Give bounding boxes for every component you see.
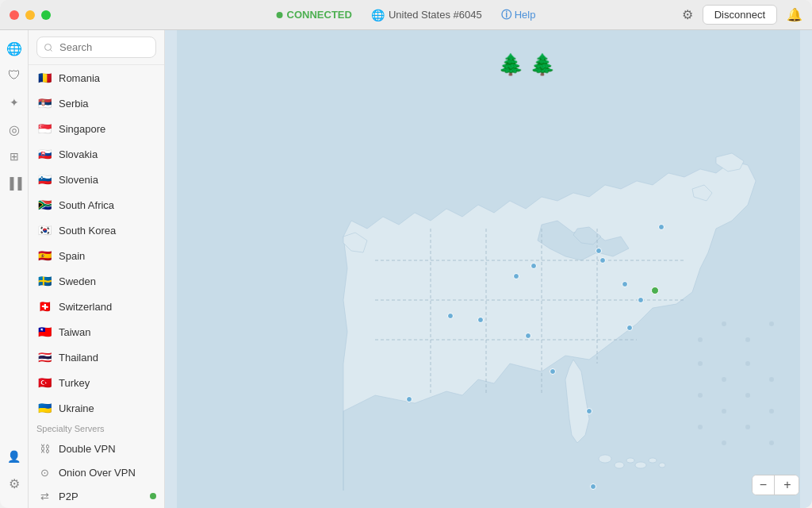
- server-dot-1[interactable]: [596, 248, 602, 254]
- sidebar-item-target[interactable]: ◎: [2, 117, 26, 141]
- traffic-lights: [10, 10, 51, 20]
- sidebar-item-specialty[interactable]: ✦: [2, 90, 26, 114]
- map-trees: 🌲 🌲: [498, 52, 555, 77]
- country-list: 🇷🇴 Romania 🇷🇸 Serbia 🇸🇬 Singapore 🇸🇰 Slo…: [29, 30, 165, 508]
- flag-thailand: 🇹🇭: [36, 349, 52, 365]
- flag-serbia: 🇷🇸: [36, 95, 52, 111]
- svg-point-5: [649, 458, 657, 463]
- help-button[interactable]: ⓘ Help: [501, 8, 536, 22]
- specialty-items: ⛓ Double VPN ⊙ Onion Over VPN ⇄ P2P: [29, 437, 164, 508]
- country-item-switzerland[interactable]: 🇨🇭 Switzerland: [29, 294, 164, 319]
- server-dot-3[interactable]: [530, 263, 537, 269]
- svg-point-26: [698, 425, 703, 429]
- server-dot-8[interactable]: [447, 313, 454, 319]
- svg-point-14: [698, 337, 703, 342]
- server-dot-9[interactable]: [477, 317, 484, 323]
- title-bar-center: CONNECTED 🌐 United States #6045 ⓘ Help: [277, 8, 536, 22]
- disconnect-button[interactable]: Disconnect: [703, 5, 777, 25]
- main-layout: 🌐 🛡 ✦ ◎ ⊞ ▐▐ 👤 ⚙ 🇷🇴 Romania 🇷🇸 Serbia 🇸🇬…: [0, 30, 812, 508]
- sidebar-item-globe[interactable]: 🌐: [2, 37, 26, 60]
- search-input[interactable]: [36, 37, 156, 58]
- sidebar-item-layers[interactable]: ⊞: [2, 144, 26, 168]
- country-name: South Africa: [59, 199, 114, 211]
- specialty-item-double-vpn[interactable]: ⛓ Double VPN: [29, 437, 164, 460]
- country-item-slovakia[interactable]: 🇸🇰 Slovakia: [29, 141, 164, 167]
- country-item-south-korea[interactable]: 🇰🇷 South Korea: [29, 217, 164, 243]
- sidebar-item-shield[interactable]: 🛡: [2, 64, 26, 87]
- svg-point-18: [698, 361, 703, 366]
- flag-taiwan: 🇹🇼: [36, 324, 52, 340]
- server-dot-11[interactable]: [525, 333, 531, 339]
- settings-icon[interactable]: ⚙: [682, 7, 693, 22]
- server-dot-12[interactable]: [550, 368, 556, 375]
- sidebar-item-stats[interactable]: ▐▐: [2, 171, 26, 195]
- close-button[interactable]: [10, 10, 19, 20]
- server-dot-15[interactable]: [590, 483, 596, 490]
- specialty-label: Specialty Servers: [36, 424, 156, 433]
- server-dot-13[interactable]: [406, 396, 412, 402]
- svg-point-6: [659, 463, 665, 468]
- specialty-icon: ⛓: [36, 441, 52, 456]
- tree-icon-2: 🌲: [530, 52, 555, 77]
- specialty-name: Double VPN: [59, 443, 116, 455]
- country-item-singapore[interactable]: 🇸🇬 Singapore: [29, 116, 164, 141]
- country-name: Slovakia: [59, 148, 98, 160]
- bell-icon[interactable]: 🔔: [787, 7, 802, 22]
- country-name: Ukraine: [59, 402, 94, 414]
- svg-point-4: [635, 462, 646, 468]
- specialty-icon: ⇄: [36, 488, 52, 504]
- server-dot-10[interactable]: [626, 325, 633, 331]
- connection-status: CONNECTED: [277, 9, 352, 21]
- svg-point-21: [769, 377, 774, 382]
- country-item-slovenia[interactable]: 🇸🇮 Slovenia: [29, 167, 164, 192]
- country-item-south-africa[interactable]: 🇿🇦 South Africa: [29, 192, 164, 217]
- flag-spain: 🇪🇸: [36, 248, 52, 264]
- server-dot-14[interactable]: [586, 408, 592, 414]
- server-dot-0[interactable]: [658, 224, 665, 230]
- country-item-romania[interactable]: 🇷🇴 Romania: [29, 65, 164, 90]
- sidebar-icons: 🌐 🛡 ✦ ◎ ⊞ ▐▐ 👤 ⚙: [0, 30, 29, 508]
- server-dot-7[interactable]: [638, 297, 644, 303]
- search-box: [29, 30, 164, 65]
- zoom-out-button[interactable]: −: [753, 475, 775, 495]
- map-area: 🌲 🌲 − +: [165, 30, 812, 508]
- svg-point-22: [698, 393, 703, 398]
- specialty-item-onion-over-vpn[interactable]: ⊙ Onion Over VPN: [29, 460, 164, 484]
- server-dot-6[interactable]: [651, 287, 659, 294]
- specialty-name: Onion Over VPN: [59, 467, 136, 479]
- country-item-turkey[interactable]: 🇹🇷 Turkey: [29, 370, 164, 395]
- countries-scroll[interactable]: 🇷🇴 Romania 🇷🇸 Serbia 🇸🇬 Singapore 🇸🇰 Slo…: [29, 65, 164, 418]
- country-name: Slovenia: [59, 174, 98, 186]
- specialty-item-p2p[interactable]: ⇄ P2P: [29, 484, 164, 508]
- svg-point-20: [745, 361, 750, 366]
- svg-point-28: [745, 425, 750, 429]
- flag-slovakia: 🇸🇰: [36, 146, 52, 162]
- svg-point-2: [615, 462, 624, 468]
- country-item-ukraine[interactable]: 🇺🇦 Ukraine: [29, 395, 164, 418]
- zoom-in-button[interactable]: +: [776, 475, 799, 495]
- country-item-thailand[interactable]: 🇹🇭 Thailand: [29, 344, 164, 370]
- maximize-button[interactable]: [41, 10, 51, 20]
- server-dot-2[interactable]: [599, 257, 606, 264]
- specialty-name: P2P: [59, 491, 79, 502]
- country-item-taiwan[interactable]: 🇹🇼 Taiwan: [29, 319, 164, 344]
- help-label: Help: [515, 9, 536, 21]
- country-name: Serbia: [59, 98, 89, 110]
- flag-sweden: 🇸🇪: [36, 273, 52, 289]
- country-item-serbia[interactable]: 🇷🇸 Serbia: [29, 90, 164, 116]
- svg-point-29: [769, 441, 774, 445]
- minimize-button[interactable]: [25, 10, 35, 20]
- country-item-sweden[interactable]: 🇸🇪 Sweden: [29, 268, 164, 294]
- server-dot-5[interactable]: [622, 281, 628, 287]
- svg-point-3: [626, 458, 634, 463]
- sidebar-item-user[interactable]: 👤: [2, 444, 26, 468]
- tree-icon-1: 🌲: [498, 52, 523, 77]
- country-name: Sweden: [59, 275, 96, 287]
- title-bar: CONNECTED 🌐 United States #6045 ⓘ Help ⚙…: [0, 0, 812, 30]
- server-label: United States #6045: [389, 9, 482, 21]
- country-name: Turkey: [59, 377, 90, 389]
- server-dot-4[interactable]: [513, 273, 519, 279]
- country-item-spain[interactable]: 🇪🇸 Spain: [29, 243, 164, 268]
- country-name: Spain: [59, 250, 85, 262]
- sidebar-item-settings[interactable]: ⚙: [2, 471, 26, 495]
